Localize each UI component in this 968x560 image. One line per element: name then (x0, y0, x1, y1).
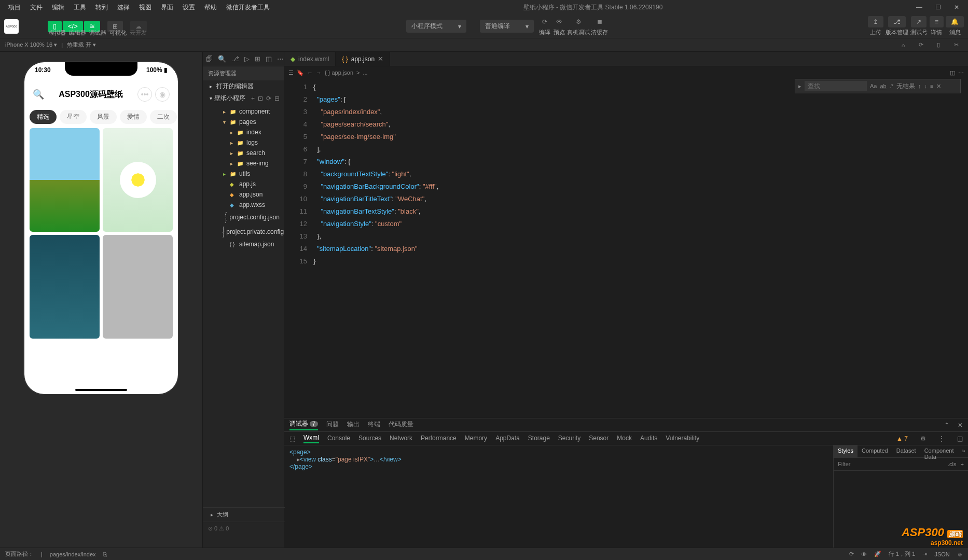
device-selector[interactable]: iPhone X 100% 16 ▾ (5, 41, 57, 48)
close-find-icon[interactable]: ✕ (936, 83, 941, 90)
more-icon[interactable]: ⋯ (277, 55, 284, 63)
close-tab-icon[interactable]: ✕ (378, 55, 383, 63)
search-icon[interactable]: 🔍 (33, 89, 44, 100)
db-icon[interactable]: ◫ (266, 55, 272, 63)
wallpaper-thumb[interactable] (30, 235, 100, 339)
menu-编辑[interactable]: 编辑 (48, 1, 68, 14)
copy-icon[interactable]: ⎘ (103, 551, 107, 557)
new-file-icon[interactable]: + (251, 95, 255, 102)
breadcrumb-file[interactable]: { } app.json (325, 69, 353, 76)
files-icon[interactable]: 🗐 (206, 55, 213, 63)
tree-item-app.wxss[interactable]: ◆app.wxss (203, 200, 284, 210)
wallpaper-thumb[interactable] (103, 128, 173, 232)
menu-文件[interactable]: 文件 (26, 1, 47, 14)
ext-icon[interactable]: ⊞ (255, 55, 260, 63)
dt-subtab-Sensor[interactable]: Sensor (589, 435, 609, 443)
tree-item-index[interactable]: ▸📁index (203, 127, 284, 137)
back-icon[interactable]: ← (307, 69, 313, 76)
case-icon[interactable]: Aa (870, 83, 877, 89)
expand-icon[interactable]: ⌃ (944, 422, 949, 429)
styles-tab-Dataset[interactable]: Dataset (892, 445, 920, 457)
page-path[interactable]: pages/index/index (50, 551, 96, 557)
opened-editors-section[interactable]: ▸打开的编辑器 (203, 80, 284, 92)
target-icon[interactable]: ◉ (155, 87, 170, 102)
dt-subtab-Security[interactable]: Security (558, 435, 580, 443)
device-icon[interactable]: ▯ (932, 39, 945, 51)
real-device-button[interactable]: ⚙ (572, 16, 585, 27)
selection-icon[interactable]: ≡ (930, 83, 933, 89)
cursor-position[interactable]: 行 1，列 1 (889, 550, 915, 558)
clear-cache-button[interactable]: ≣ (593, 16, 606, 27)
menu-界面[interactable]: 界面 (157, 1, 177, 14)
tree-item-component[interactable]: ▸📁component (203, 106, 284, 117)
language-mode[interactable]: JSON (934, 551, 949, 557)
compile-button[interactable]: ⟳ (538, 16, 551, 27)
debugger-tab[interactable]: 调试器7 (289, 419, 318, 430)
terminal-tab[interactable]: 终端 (368, 420, 380, 430)
phone-tab[interactable]: 精选 (30, 110, 57, 124)
tree-item-see-img[interactable]: ▸📁see-img (203, 158, 284, 169)
message-button[interactable]: 🔔 (946, 16, 964, 27)
compile-dropdown[interactable]: 普通编译▾ (480, 20, 534, 33)
dt-subtab-AppData[interactable]: AppData (495, 435, 520, 443)
dt-subtab-Audits[interactable]: Audits (640, 435, 657, 443)
tree-item-sitemap.json[interactable]: { }sitemap.json (203, 239, 284, 249)
find-input[interactable] (805, 81, 867, 91)
new-folder-icon[interactable]: ⊡ (258, 95, 263, 102)
inspect-icon[interactable]: ⬚ (289, 435, 295, 442)
split-icon[interactable]: ◫ (950, 69, 955, 76)
details-button[interactable]: ≡ (930, 16, 944, 27)
menu-帮助[interactable]: 帮助 (200, 1, 221, 14)
cls-toggle[interactable]: .cls (946, 460, 959, 468)
close-button[interactable]: ✕ (949, 2, 964, 12)
menu-视图[interactable]: 视图 (135, 1, 156, 14)
menu-工具[interactable]: 工具 (70, 1, 90, 14)
menu-选择[interactable]: 选择 (113, 1, 134, 14)
next-icon[interactable]: ↓ (924, 83, 928, 89)
dt-icon[interactable]: ⋮ (938, 435, 945, 442)
wxml-tree[interactable]: <page> ▸<view class="page isIPX">…</view… (284, 445, 833, 548)
tree-item-project.config.json[interactable]: { }project.config.json (203, 210, 284, 225)
minimize-button[interactable]: — (912, 2, 926, 12)
collapse-icon[interactable]: ⊟ (274, 95, 280, 102)
word-icon[interactable]: ab (880, 83, 886, 89)
tree-item-utils[interactable]: ▸📁utils (203, 169, 284, 179)
tree-item-pages[interactable]: ▾📁pages (203, 117, 284, 127)
feedback-icon[interactable]: ☺ (957, 551, 963, 557)
test-button[interactable]: ↗ (911, 16, 926, 27)
tree-item-search[interactable]: ▸📁search (203, 148, 284, 158)
eye-icon[interactable]: 👁 (861, 551, 867, 557)
branch-icon[interactable]: ⎇ (231, 55, 239, 63)
dt-icon[interactable]: ◫ (957, 435, 963, 442)
dt-subtab-Mock[interactable]: Mock (617, 435, 632, 443)
warning-count[interactable]: ▲ 7 (896, 435, 908, 442)
outline-section[interactable]: ▸ 大纲 (203, 507, 285, 522)
project-root[interactable]: ▾壁纸小程序 +⊡⟳⊟ (203, 92, 284, 104)
menu-项目[interactable]: 项目 (4, 1, 25, 14)
refresh-icon[interactable]: ⟳ (914, 39, 928, 51)
phone-tab[interactable]: 爱情 (120, 110, 147, 124)
tree-item-project.private.config.js...[interactable]: { }project.private.config.js... (203, 225, 284, 239)
tree-item-logs[interactable]: ▸📁logs (203, 137, 284, 148)
add-style-icon[interactable]: + (959, 460, 966, 468)
refresh-icon[interactable]: ⟳ (266, 95, 271, 102)
close-icon[interactable]: ✕ (958, 422, 963, 429)
hot-reload-toggle[interactable]: 热重载 开 ▾ (67, 41, 96, 49)
phone-tab[interactable]: 星空 (60, 110, 87, 124)
styles-tab-Styles[interactable]: Styles (834, 445, 858, 457)
editor-tab[interactable]: { }app.json✕ (336, 52, 390, 66)
code-editor[interactable]: ▸ Aa ab .* 无结果 ↑ ↓ ≡ ✕ 12345678910111213… (284, 79, 968, 418)
mode-dropdown[interactable]: 小程序模式▾ (406, 20, 466, 33)
expand-icon[interactable]: ▸ (798, 83, 801, 90)
search-icon[interactable]: 🔍 (218, 55, 226, 63)
tree-item-app.json[interactable]: ◆app.json (203, 189, 284, 200)
regex-icon[interactable]: .* (890, 83, 893, 89)
version-button[interactable]: ⎇ (888, 16, 906, 27)
quality-tab[interactable]: 代码质量 (389, 420, 413, 430)
dt-subtab-Memory[interactable]: Memory (465, 435, 487, 443)
dt-subtab-Sources[interactable]: Sources (358, 435, 381, 443)
menu-微信开发者工具[interactable]: 微信开发者工具 (222, 1, 274, 14)
dt-subtab-Vulnerability[interactable]: Vulnerability (666, 435, 699, 443)
editor-tab[interactable]: ◆index.wxml (284, 52, 336, 66)
problems-tab[interactable]: 问题 (326, 420, 339, 430)
